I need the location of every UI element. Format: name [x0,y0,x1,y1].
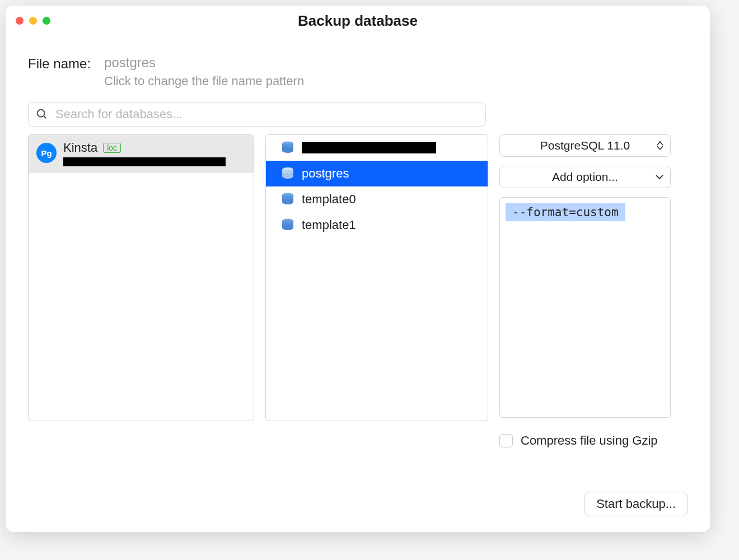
connections-panel: Pg Kinsta loc [28,134,254,421]
database-item[interactable] [266,135,488,161]
option-tag[interactable]: --format=custom [506,203,625,221]
search-icon [36,108,48,120]
database-icon [280,218,295,232]
search-input[interactable] [28,102,486,127]
file-name-label: File name: [28,55,91,72]
gzip-label: Compress file using Gzip [521,433,658,448]
right-column: PostgreSQL 11.0 Add option... --format=c… [499,134,687,478]
gzip-checkbox[interactable] [499,434,513,447]
connection-name: Kinsta [63,141,97,155]
svg-line-1 [44,116,46,119]
file-name-row: File name: postgres Click to change the … [28,55,687,88]
postgres-badge-icon: Pg [36,143,57,163]
database-icon [280,141,295,155]
svg-point-0 [38,110,45,117]
window-title: Backup database [6,12,710,30]
location-badge: loc [103,143,121,153]
connection-item[interactable]: Pg Kinsta loc [29,135,254,172]
zoom-window-button[interactable] [43,17,50,25]
database-name: template1 [302,218,356,232]
version-select[interactable]: PostgreSQL 11.0 [499,134,671,157]
version-select-label: PostgreSQL 11.0 [540,139,630,152]
titlebar: Backup database [6,6,710,36]
database-item[interactable]: template1 [266,212,488,238]
close-window-button[interactable] [16,17,24,25]
database-item[interactable]: template0 [266,186,488,212]
database-item[interactable]: postgres [266,161,488,186]
databases-panel: postgres template0 template1 [265,134,488,421]
start-backup-button[interactable]: Start backup... [584,492,687,516]
connection-subtitle-redacted [63,157,226,166]
content-area: File name: postgres Click to change the … [6,36,710,478]
add-option-label: Add option... [552,170,618,184]
dialog-window: Backup database File name: postgres Clic… [6,6,710,532]
search-wrapper [28,102,486,127]
database-name: postgres [302,166,349,181]
database-icon [280,166,295,181]
traffic-lights [16,17,50,25]
add-option-select[interactable]: Add option... [499,166,671,188]
main-row: Pg Kinsta loc postgres [28,134,687,478]
file-name-value[interactable]: postgres [104,55,304,71]
gzip-row: Compress file using Gzip [499,433,687,448]
database-icon [280,192,295,207]
file-name-hint: Click to change the file name pattern [104,74,304,88]
database-name-redacted [302,142,436,153]
database-name: template0 [302,192,356,207]
footer: Start backup... [6,478,710,532]
updown-caret-icon [657,141,663,150]
minimize-window-button[interactable] [29,17,37,25]
options-panel: --format=custom [499,197,671,418]
chevron-down-icon [656,174,663,180]
